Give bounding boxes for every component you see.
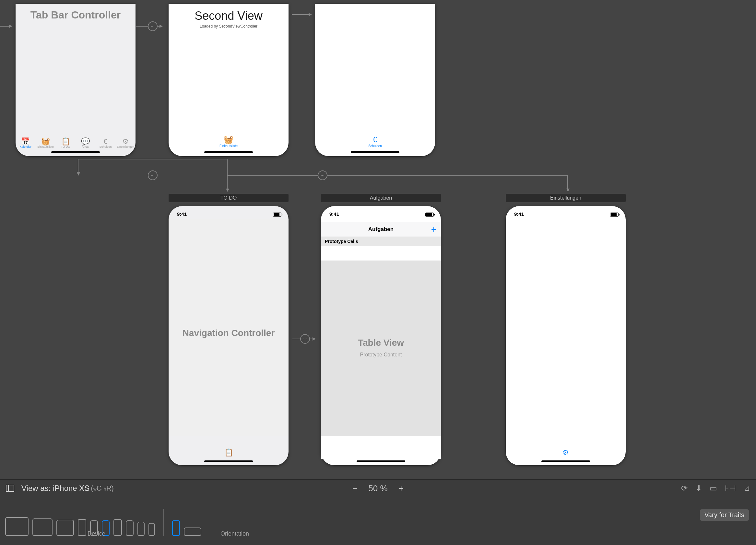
view-subtitle: Loaded by SecondViewController	[169, 24, 289, 29]
status-time: 9:41	[514, 211, 524, 217]
tab-einstellungen-selected[interactable]: ⚙	[562, 448, 569, 457]
battery-icon	[273, 213, 281, 217]
tabbar-area	[321, 436, 441, 459]
zoom-in-button[interactable]: +	[399, 483, 404, 493]
zoom-controls: − 50 % +	[352, 483, 404, 493]
tab-label: Schulden	[368, 144, 382, 148]
arrow-initial	[0, 26, 12, 27]
connector-down-1	[78, 159, 78, 175]
scene-title-todo[interactable]: TO DO	[169, 194, 289, 202]
divider	[163, 509, 164, 536]
tableview-title: Table View	[321, 338, 441, 348]
tab-label: TO DO	[61, 145, 70, 148]
connector-h-1	[78, 159, 227, 160]
orientation-portrait[interactable]	[172, 520, 180, 536]
tab-einstellungen[interactable]: ⚙Einstellungen	[116, 138, 135, 148]
nav-body	[169, 219, 289, 436]
controller-title: Navigation Controller	[169, 328, 289, 338]
device-iphone-xs-max[interactable]	[78, 519, 86, 536]
home-indicator	[351, 151, 399, 153]
scene-navigation-controller[interactable]: 9:41 Navigation Controller 📋	[169, 206, 289, 465]
prototype-cells-header: Prototype Cells	[321, 237, 441, 246]
controller-title: Tab Bar Controller	[16, 9, 136, 21]
zoom-level: 50 %	[368, 483, 387, 493]
tableview-background: Table View Prototype Content	[321, 261, 441, 436]
gear-icon: ⚙	[562, 448, 569, 457]
storyboard-canvas[interactable]: ⋯ ⋯ ⋯ ⋯ Tab Bar Controller 📅Kalender 🧺Ei…	[0, 0, 756, 480]
tab-label: Einkaufsliste	[37, 145, 54, 148]
euro-icon: €	[373, 135, 377, 144]
basket-icon: 🧺	[41, 138, 50, 145]
gear-icon: ⚙	[122, 138, 129, 145]
scene-title-einstellungen[interactable]: Einstellungen	[506, 194, 626, 202]
size-class: (wC hR)	[91, 484, 113, 492]
tab-todo-selected[interactable]: 📋	[224, 448, 233, 457]
device-iphone-4s[interactable]	[148, 523, 155, 536]
embed-in-icon[interactable]: ⬇	[695, 484, 702, 493]
clipboard-icon: 📋	[61, 138, 70, 145]
scene-einstellungen[interactable]: 9:41 ⚙	[506, 206, 626, 465]
basket-icon: 🧺	[224, 135, 233, 144]
euro-icon: €	[103, 138, 107, 145]
home-indicator	[204, 151, 253, 153]
view-as-row: View as: iPhone XS (wC hR) − 50 % + ⟳ ⬇ …	[0, 480, 756, 497]
device-iphone-8[interactable]	[126, 520, 134, 536]
device-iphone-se[interactable]	[137, 522, 145, 536]
device-section-label: Device	[88, 530, 105, 537]
home-indicator	[541, 460, 590, 462]
panel-toggle-icon[interactable]	[6, 485, 14, 492]
tableview-subtitle: Prototype Content	[321, 352, 441, 358]
tab-einkaufsliste[interactable]: 🧺Einkaufsliste	[36, 138, 55, 148]
tab-label: Chat	[82, 145, 89, 148]
segue-indicator-icon[interactable]: ⋯	[300, 334, 310, 344]
zoom-out-button[interactable]: −	[352, 483, 357, 493]
scene-aufgaben-tableview[interactable]: 9:41 Aufgaben + Prototype Cells Table Vi…	[321, 206, 441, 465]
tab-schulden[interactable]: €Schulden	[96, 138, 115, 148]
view-as-label[interactable]: View as: iPhone XS	[21, 484, 89, 493]
scene-second-view[interactable]: Second View Loaded by SecondViewControll…	[169, 4, 289, 156]
device-ipad-12[interactable]	[5, 517, 29, 536]
chat-icon: 💬	[81, 138, 90, 145]
tab-label: Einstellungen	[117, 145, 134, 148]
home-indicator	[204, 460, 253, 462]
clipboard-icon: 📋	[224, 448, 233, 457]
navigation-bar: Aufgaben +	[321, 222, 441, 237]
scene-title-aufgaben[interactable]: Aufgaben	[321, 194, 441, 202]
tab-schulden-selected[interactable]: € Schulden	[368, 135, 382, 148]
device-selector: Device Orientation	[0, 497, 756, 536]
tab-einkaufsliste-selected[interactable]: 🧺 Einkaufsliste	[219, 135, 238, 148]
update-frames-icon[interactable]: ⟳	[681, 484, 688, 493]
calendar-icon: 📅	[21, 138, 30, 145]
segue-indicator-icon[interactable]: ⋯	[148, 21, 158, 31]
device-ipad-9[interactable]	[56, 520, 74, 536]
tab-label: Schulden	[100, 145, 112, 148]
constraint-tools: ⟳ ⬇ ▭ ⊦⊣ ⊿	[681, 484, 750, 493]
battery-icon	[425, 213, 434, 217]
device-iphone-8plus[interactable]	[113, 519, 122, 536]
tab-label: Einkaufsliste	[219, 144, 238, 148]
prototype-cell[interactable]	[321, 246, 441, 261]
battery-icon	[610, 213, 619, 217]
segue-indicator-icon[interactable]: ⋯	[148, 171, 158, 180]
tab-todo[interactable]: 📋TO DO	[56, 138, 75, 148]
scene-tabbar-controller[interactable]: Tab Bar Controller 📅Kalender 🧺Einkaufsli…	[16, 4, 136, 156]
connector-down-3	[567, 175, 568, 191]
add-button[interactable]: +	[431, 225, 436, 234]
nav-title: Aufgaben	[368, 226, 394, 233]
home-indicator	[51, 151, 100, 153]
vary-for-traits-button[interactable]: Vary for Traits	[700, 509, 749, 521]
tab-chat[interactable]: 💬Chat	[76, 138, 95, 148]
resolve-icon[interactable]: ⊿	[744, 484, 750, 493]
view-title: Second View	[169, 9, 289, 23]
segue-indicator-icon[interactable]: ⋯	[318, 171, 327, 180]
scene-schulden[interactable]: € Schulden	[315, 4, 435, 156]
orientation-landscape[interactable]	[184, 527, 201, 536]
device-ipad-11[interactable]	[32, 518, 53, 536]
tab-kalender[interactable]: 📅Kalender	[16, 138, 35, 148]
align-icon[interactable]: ▭	[710, 484, 717, 493]
status-time: 9:41	[329, 211, 339, 217]
tab-label: Kalender	[20, 145, 31, 148]
status-time: 9:41	[177, 211, 187, 217]
arrow-second-to-third	[292, 14, 311, 15]
pin-icon[interactable]: ⊦⊣	[725, 484, 736, 493]
